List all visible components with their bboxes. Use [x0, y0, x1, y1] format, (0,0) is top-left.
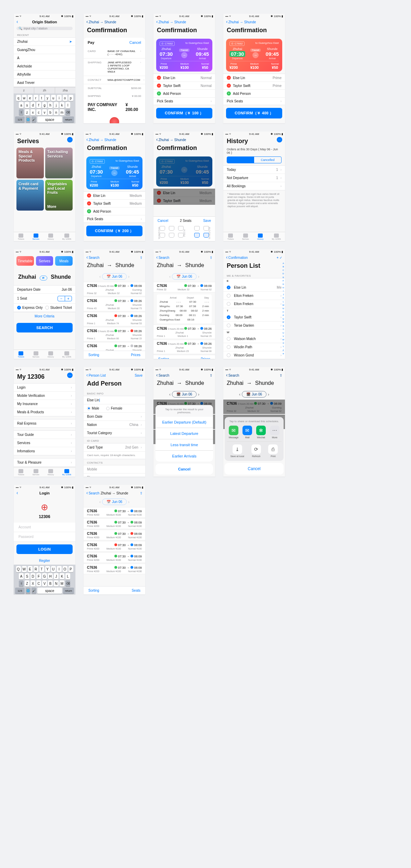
result-row-expanded[interactable]: C7636 07:30 → 08:09 Prime 32Medium 32Nor… — [153, 282, 215, 292]
result-row[interactable]: C7636 07:30 → 08:26 ZhuhaiShunde Prime 4… — [84, 297, 145, 311]
cancel-button[interactable]: Cancel — [155, 464, 213, 475]
minus-icon[interactable]: − — [58, 296, 65, 301]
tab-history[interactable]: History — [257, 234, 264, 240]
passenger-row[interactable]: −Else LinPrime — [223, 74, 285, 82]
tab-services[interactable]: Serives — [242, 234, 249, 240]
confirm-button[interactable]: CONFIRM（￥ 200 ） — [86, 226, 142, 236]
index-strip[interactable]: ABCDEFGHIJKLMNOPQRSTUVWXYZ# — [282, 262, 284, 355]
checkbox[interactable] — [227, 337, 231, 341]
search-button[interactable]: SEARCH — [16, 323, 73, 332]
mobile-input[interactable]: Mobile — [84, 465, 145, 474]
confirm-button[interactable]: CONFIRM（￥ 100 ） — [156, 108, 212, 118]
person-row[interactable]: ✓Taylor Swift› — [223, 313, 285, 322]
back-button[interactable]: Zhuhai → Shunde — [226, 20, 256, 24]
tab-my[interactable]: My 12306 — [62, 234, 71, 240]
card-num-input[interactable]: Card num, require 18-length characters. — [84, 452, 145, 459]
shift-key[interactable]: ⇧ — [19, 109, 24, 115]
globe-key[interactable]: 🌐 — [26, 116, 30, 123]
list-item[interactable]: Aelchside — [14, 62, 75, 71]
share-app-more[interactable]: ⋯More — [270, 426, 279, 439]
remove-icon[interactable]: − — [157, 84, 161, 88]
pill-timetable[interactable]: Timetable — [16, 256, 34, 266]
list-item[interactable]: Mobile Verification› — [14, 392, 75, 400]
result-row[interactable]: C7636 07:30 → 08:09 Prime ¥200Medium ¥10… — [84, 530, 145, 540]
result-row[interactable]: C7636 3 hours 20 min 07:30 → 08:09 Zhuha… — [84, 282, 145, 296]
swap-icon[interactable]: ⇄ — [40, 276, 47, 280]
pick-seats-button[interactable]: Pick Seats› — [153, 98, 215, 105]
chat-icon[interactable]: ⋯ — [277, 137, 282, 142]
list-item[interactable]: A — [14, 54, 75, 62]
result-row[interactable]: C7636 07:30 → 08:09 Prime ¥200Medium ¥10… — [84, 552, 145, 563]
list-item[interactable]: Login› — [14, 383, 75, 392]
result-row[interactable]: C7636 07:30 → 08:09 Prime ¥200Medium ¥10… — [84, 507, 145, 518]
list-item[interactable]: Services› — [14, 439, 75, 447]
tab-tickets[interactable]: Tickets — [227, 234, 234, 240]
cancel-button[interactable]: Cancel — [225, 463, 284, 475]
share-icon[interactable]: ⇧ — [210, 256, 212, 260]
cancel-button[interactable]: Cancel — [158, 219, 168, 223]
list-item[interactable]: Tour & Pleasure› — [14, 458, 75, 466]
confirm-button[interactable]: CONFIRM（￥ 400 ） — [226, 108, 282, 118]
passenger-row[interactable]: −Else LinMedium — [84, 192, 145, 200]
return-key[interactable]: return — [63, 116, 74, 123]
checkbox[interactable] — [227, 294, 231, 298]
backspace-key[interactable]: ⌫ — [65, 109, 70, 115]
person-row[interactable]: Woson Gond› — [223, 351, 285, 359]
tab-history[interactable]: History — [48, 234, 54, 240]
date-picker[interactable]: 📅Jun 06 — [102, 499, 127, 505]
result-row[interactable]: C7636 3 hours 20 min 07:30 → 08:09 Zhuha… — [223, 400, 285, 414]
share-action[interactable]: ⟳Refresh — [251, 444, 261, 457]
list-item[interactable]: Meals & Products› — [14, 408, 75, 416]
radio-male[interactable] — [87, 407, 90, 410]
list-item[interactable]: Today1 › — [223, 166, 285, 174]
tab-services[interactable]: Serives — [33, 351, 39, 358]
prices-button[interactable]: Prices — [131, 353, 140, 357]
back-button[interactable] — [16, 491, 19, 495]
seat[interactable] — [178, 226, 184, 231]
person-row[interactable]: Watson Match› — [223, 335, 285, 343]
checkbox[interactable]: ✓ — [227, 286, 231, 289]
back-button[interactable]: Search — [156, 256, 169, 260]
mic-key[interactable]: 🎤 — [32, 116, 36, 123]
passenger-row[interactable]: −Taylor SwiftMedium — [84, 200, 145, 207]
tab-tickets[interactable]: Tickets — [18, 234, 24, 240]
back-button[interactable] — [16, 20, 19, 24]
back-button[interactable]: Person List — [86, 374, 106, 377]
phone-input[interactable]: Phone — [84, 474, 145, 477]
result-row[interactable]: C7636 3 hours 20 min 07:30 → 08:26 Zhuha… — [153, 340, 215, 354]
checkbox-express[interactable]: ✓ — [17, 306, 21, 310]
pay-shipping-row[interactable]: SHIPPINGJANE APPLESEED 1 INFINITE LOOP C… — [84, 59, 145, 76]
seats-row[interactable]: 1 Seat−+ — [14, 294, 75, 304]
add-person-button[interactable]: +Add Person — [84, 207, 145, 215]
person-row[interactable]: Wisdin Path› — [223, 343, 285, 351]
back-button[interactable]: Search — [86, 491, 99, 495]
name-input[interactable]: Else Lin| — [84, 396, 145, 404]
pick-seats-button[interactable]: Pick Seats› — [84, 215, 145, 223]
checkbox[interactable] — [227, 345, 231, 349]
sorting-button[interactable]: Sorting — [88, 589, 99, 592]
result-row[interactable]: C7636 07:30 → 08:09 Prime ¥200Medium ¥10… — [84, 518, 145, 529]
plus-icon[interactable]: + — [65, 296, 72, 301]
save-button[interactable]: Save — [203, 219, 211, 223]
tab-services[interactable]: Serives — [33, 469, 39, 476]
list-item[interactable]: Infomations› — [14, 447, 75, 455]
seat[interactable] — [194, 226, 200, 231]
pill-meals[interactable]: Meals — [55, 256, 73, 266]
search-input[interactable]: 🔍 input city / station — [16, 27, 73, 30]
checkbox[interactable] — [227, 302, 231, 306]
share-icon[interactable]: ⇧ — [140, 256, 142, 260]
seat-stepper[interactable]: −+ — [58, 296, 72, 301]
chat-icon[interactable]: ⋯ — [67, 373, 73, 378]
person-row[interactable]: Elton Freken› — [223, 292, 285, 300]
born-date-row[interactable]: Born Date› — [84, 413, 145, 421]
seat[interactable] — [160, 226, 165, 231]
to-city[interactable]: Shunde — [51, 274, 71, 280]
person-row[interactable]: Terse Danlen› — [223, 322, 285, 330]
share-action[interactable]: ⤓Save at local — [231, 444, 244, 457]
share-app-message[interactable]: ✉Message — [229, 426, 238, 439]
keyboard[interactable]: QWERTYUIOP ASDFGHJKL ⇧ZXCVBNM⌫ 123🌐🎤spac… — [14, 565, 75, 594]
result-row[interactable]: C7636 07:30 → 08:09 Prime ¥200Medium ¥10… — [84, 541, 145, 552]
list-item[interactable]: Rail Express› — [14, 419, 75, 427]
list-item[interactable]: Aast Trever — [14, 79, 75, 87]
seat[interactable] — [169, 226, 174, 231]
